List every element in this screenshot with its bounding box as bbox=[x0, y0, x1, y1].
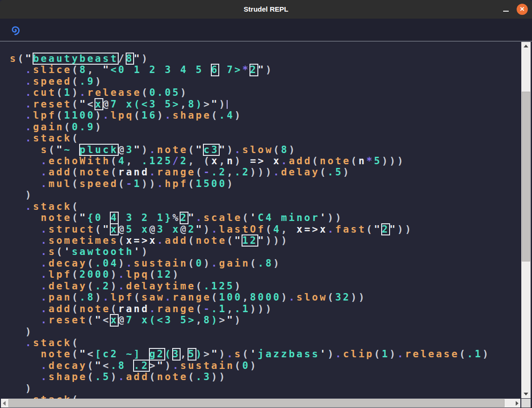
code-line[interactable]: .slice(8, "<0 1 2 3 4 5 6 7>*2") bbox=[10, 64, 521, 75]
window-title: Strudel REPL bbox=[0, 0, 532, 19]
code-line[interactable]: .add(note(rand.range(-.2,.2))).delay(.5) bbox=[10, 167, 521, 178]
code-line[interactable]: .sometimes(x=>x.add(note("12"))) bbox=[10, 235, 521, 246]
code-line[interactable]: .lpf(2000).lpq(12) bbox=[10, 269, 521, 280]
active-event-highlight: pluck bbox=[80, 144, 118, 155]
horizontal-scrollbar[interactable] bbox=[1, 399, 520, 408]
active-event-highlight: 2 bbox=[180, 212, 188, 223]
active-event-highlight: .2 bbox=[134, 360, 149, 371]
code-line[interactable]: .lpf(1100).lpq(16).shape(.4) bbox=[10, 110, 521, 121]
titlebar[interactable]: Strudel REPL ✕ bbox=[0, 0, 532, 19]
active-event-highlight: 8 bbox=[126, 53, 134, 64]
code-line[interactable]: note("{0 4 3 2 1}%2".scale('C4 minor')) bbox=[10, 212, 521, 223]
active-event-highlight: 5 bbox=[188, 348, 196, 360]
scroll-down-icon[interactable] bbox=[524, 393, 528, 395]
active-event-highlight: x bbox=[110, 224, 118, 235]
minimize-button[interactable] bbox=[500, 4, 512, 15]
editor-panel: s("beautybeast/8") .slice(8, "<0 1 2 3 4… bbox=[0, 41, 532, 408]
vertical-scrollbar[interactable] bbox=[521, 42, 531, 398]
code-line[interactable]: .stack( bbox=[10, 337, 521, 348]
active-event-highlight: c3 bbox=[203, 144, 219, 155]
active-event-highlight: 4 bbox=[110, 212, 118, 223]
code-line[interactable]: .reset("<x@7 x(<3 5>,8)>") bbox=[10, 314, 521, 326]
code-line[interactable]: .s('sawtooth') bbox=[10, 246, 521, 257]
code-line[interactable]: .speed(.9) bbox=[10, 76, 521, 87]
code-line[interactable]: ) bbox=[10, 383, 521, 394]
code-line[interactable]: .mul(speed(-1)).hpf(1500) bbox=[10, 178, 521, 189]
close-icon: ✕ bbox=[520, 6, 525, 13]
scroll-up-icon[interactable] bbox=[524, 45, 528, 47]
active-event-highlight: 3 bbox=[173, 348, 181, 360]
strudel-logo-icon[interactable] bbox=[9, 23, 22, 36]
code-line[interactable]: .gain(0.9) bbox=[10, 121, 521, 133]
scroll-right-icon[interactable] bbox=[516, 401, 519, 406]
code-line[interactable]: .shape(.5).add(note(.3)) bbox=[10, 371, 521, 382]
active-event-highlight: g2 bbox=[149, 348, 165, 360]
scrollbar-corner bbox=[521, 399, 531, 408]
code-line[interactable]: note("<[c2 ~] g2(3,5)>").s('jazzbass').c… bbox=[10, 348, 521, 360]
code-line[interactable]: .cut(1).release(0.05) bbox=[10, 87, 521, 98]
code-line[interactable]: ) bbox=[10, 326, 521, 337]
vertical-scroll-thumb[interactable] bbox=[522, 92, 530, 261]
toolbar bbox=[0, 19, 532, 41]
code-line[interactable]: ) bbox=[10, 189, 521, 201]
code-editor[interactable]: s("beautybeast/8") .slice(8, "<0 1 2 3 4… bbox=[0, 41, 521, 399]
horizontal-scroll-thumb[interactable] bbox=[8, 399, 505, 407]
code-lines: s("beautybeast/8") .slice(8, "<0 1 2 3 4… bbox=[10, 53, 521, 399]
code-line[interactable]: .stack( bbox=[10, 133, 521, 144]
code-line[interactable]: .delay(.2).delaytime(.125) bbox=[10, 281, 521, 292]
active-event-highlight: 12 bbox=[242, 235, 257, 246]
active-event-highlight: x bbox=[110, 314, 118, 326]
active-event-highlight: 2 bbox=[250, 64, 258, 75]
active-event-highlight: x bbox=[95, 99, 103, 110]
code-line[interactable]: s("~ pluck@3").note("c3").slow(8) bbox=[10, 144, 521, 155]
minimize-icon bbox=[503, 11, 509, 12]
active-event-highlight: 6 bbox=[211, 64, 219, 75]
strudel-repl-window: Strudel REPL ✕ s("beautybeast/8") .slice… bbox=[0, 0, 532, 408]
code-line[interactable]: .decay(.04).sustain(0).gain(.8) bbox=[10, 258, 521, 269]
active-event-highlight: 2 bbox=[382, 224, 390, 235]
code-line[interactable]: .pan(.8).lpf(saw.range(100,8000).slow(32… bbox=[10, 292, 521, 303]
scroll-left-icon[interactable] bbox=[3, 401, 6, 406]
code-line[interactable]: .struct("x@5 x@3 x@2").lastOf(4, x=>x.fa… bbox=[10, 224, 521, 235]
code-line[interactable]: .stack( bbox=[10, 394, 521, 399]
code-line[interactable]: .add(note(rand.range(-.1,.1))) bbox=[10, 303, 521, 314]
code-line[interactable]: s("beautybeast/8") bbox=[10, 53, 521, 64]
close-button[interactable]: ✕ bbox=[517, 4, 528, 15]
code-line[interactable]: .decay("<.8 .2>").sustain(0) bbox=[10, 360, 521, 371]
active-event-highlight: beautybeast bbox=[33, 53, 118, 64]
code-line[interactable]: .stack( bbox=[10, 201, 521, 212]
text-cursor bbox=[227, 100, 228, 109]
code-line[interactable]: .reset("<x@7 x(<3 5>,8)>") bbox=[10, 99, 521, 110]
code-line[interactable]: .echoWith(4, .125/2, (x,n) => x.add(note… bbox=[10, 155, 521, 167]
